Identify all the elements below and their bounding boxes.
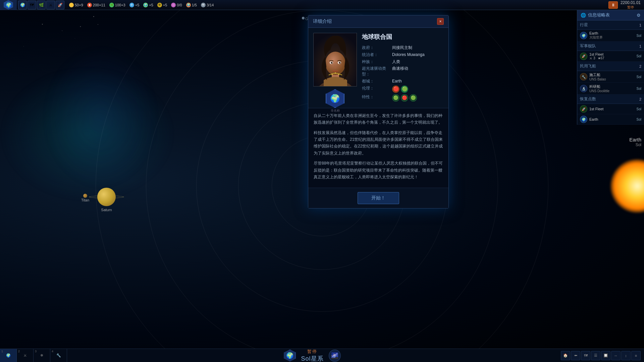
icon-btn-1[interactable]: 🌍 <box>18 1 27 9</box>
svg-point-312 <box>338 74 339 75</box>
construction-ship-icon: 🔧 <box>580 73 587 80</box>
trait-icon-3: 🟢 <box>410 94 417 102</box>
info-item-doolittle[interactable]: 🔬 科研船 UNS Doolittle Sol <box>577 83 644 95</box>
info-item-fleet[interactable]: 🚀 1st Fleet ⚔3 ★67 Sol <box>577 51 644 62</box>
engineering-icon: ⚙ <box>157 3 162 7</box>
saturn-container[interactable]: Saturn <box>97 188 116 206</box>
tab-4-icon: 🔧 <box>56 353 61 358</box>
ftl-value: 曲速移动 <box>392 66 408 77</box>
bottom-tab-2[interactable]: 2 ⚔ <box>17 349 34 362</box>
ctrl-view1[interactable]: 🔲 <box>601 351 610 360</box>
empire-hex[interactable]: 🌍 <box>4 0 13 10</box>
info-panel-title: 信息缩略表 <box>588 12 610 18</box>
ethics-label: 伦理： <box>362 85 392 93</box>
rally-earth-left: 🌍 Earth <box>580 116 598 123</box>
rally-fleet-name: 1st Fleet <box>589 107 603 111</box>
settings-icon[interactable]: ⚙ <box>637 13 641 18</box>
svg-point-310 <box>331 74 333 75</box>
food-icon: 🌿 <box>109 3 114 7</box>
ctrl-expand[interactable]: ☰ <box>591 351 600 360</box>
alloys-value: 3/14 <box>207 3 214 7</box>
section-rally-header: 恢复点数 2 <box>577 95 644 104</box>
trait-icon-2: 🔴 <box>401 94 408 102</box>
ganymede-moon[interactable] <box>302 17 305 19</box>
resource-food: 🌿 100+3 <box>109 3 125 7</box>
info-item-rally-fleet[interactable]: 🚀 1st Fleet Sol <box>577 104 644 114</box>
section-fleet-count: 1 <box>639 44 641 48</box>
ctrl-view3[interactable]: ↕ <box>621 351 631 360</box>
civilization-emblem: 🌍 <box>326 89 344 108</box>
doolittle-name: UNS Doolittle <box>589 89 609 93</box>
fleet-item-left: 🚀 1st Fleet ⚔3 ★67 <box>580 52 604 60</box>
system-name-label: Sol星系 <box>301 355 323 362</box>
svg-point-311 <box>335 72 336 74</box>
ctrl-minimap[interactable]: 🗺 <box>581 351 590 360</box>
saturn-planet[interactable] <box>97 188 116 206</box>
svg-point-307 <box>339 62 341 64</box>
icon-btn-2[interactable]: 🗺 <box>28 1 36 9</box>
ctrl-back[interactable]: ⬅ <box>571 351 580 360</box>
ruler-label: 统治者： <box>362 52 392 58</box>
system-hex-icon[interactable]: 🌍 <box>284 350 296 362</box>
modal-title: 详细介绍 <box>313 18 332 24</box>
balao-location: Sol <box>637 75 641 79</box>
traits-label: 特性： <box>362 94 392 102</box>
ganymede-container[interactable]: Ganymede <box>302 17 305 19</box>
svg-point-306 <box>331 62 333 64</box>
icon-btn-4[interactable]: ⚔ <box>46 1 55 9</box>
titan-planet[interactable] <box>83 194 87 198</box>
section-civilian-header: 民用飞船 2 <box>577 62 644 71</box>
galaxy-view-button[interactable]: 🌌 <box>329 350 341 362</box>
alloys-icon: ⚒ <box>201 3 206 7</box>
ctrl-view2[interactable]: ↔ <box>611 351 621 360</box>
ctrl-home[interactable]: 🏠 <box>561 351 570 360</box>
society-value: +5 <box>149 3 153 7</box>
earth-sol-line1: Earth <box>580 137 641 142</box>
top-right-controls: ⏸ 2200.01.01 暂停 <box>605 0 644 10</box>
stat-ftl: 超光速驱动类型： 曲速移动 <box>362 66 443 77</box>
paused-label-bottom: 暂停 <box>307 349 317 355</box>
pause-button[interactable]: ⏸ <box>608 1 618 9</box>
bottom-tab-3[interactable]: 3 ❄ <box>34 349 50 362</box>
icon-btn-5[interactable]: 🚀 <box>56 1 64 9</box>
tab-2-icon: ⚔ <box>23 353 27 358</box>
trait-icon-1: 🟢 <box>392 94 399 102</box>
resource-physics: ⚙ +5 <box>129 3 140 7</box>
game-date: 2200.01.01 <box>621 0 641 5</box>
society-icon: 🌍 <box>143 3 148 7</box>
ctrl-menu[interactable]: ≡ <box>631 351 641 360</box>
detail-modal: 详细介绍 × <box>308 15 449 208</box>
unity-value: 1/5 <box>192 3 197 7</box>
earth-sol-panel: Earth Sol <box>577 134 644 150</box>
titan-container[interactable]: Titan <box>83 194 87 198</box>
lore-paragraph-1: 自从二十万年前人类在非洲诞生至今，发生了许许多多的事情，我们的种族迅速的扩张到了… <box>314 112 443 126</box>
bottom-tab-4[interactable]: 4 🔧 <box>50 349 67 362</box>
info-item-earth-left: 🌍 Earth 大陆世界 <box>580 31 603 40</box>
saturn-label: Saturn <box>101 208 112 212</box>
info-item-rally-earth[interactable]: 🌍 Earth Sol <box>577 114 644 125</box>
minerals-value: 200+11 <box>93 3 105 7</box>
section-fleet-label: 军事舰队 <box>580 43 596 49</box>
balao-info: 施工船 UNS Balao <box>589 72 606 81</box>
tab-3-icon: ❄ <box>40 353 43 358</box>
portrait-image <box>313 33 357 86</box>
capital-value: Earth <box>392 78 402 84</box>
info-item-balao[interactable]: 🔧 施工船 UNS Balao Sol <box>577 71 644 83</box>
bottom-right-controls: 🏠 ⬅ 🗺 ☰ 🔲 ↔ ↕ ≡ <box>557 351 644 360</box>
doolittle-type: 科研船 <box>589 84 609 89</box>
rally-fleet-icon: 🚀 <box>580 105 587 113</box>
earth-name: Earth <box>589 31 603 35</box>
bottom-tab-1[interactable]: 1 🌍 <box>0 349 17 362</box>
resource-energy: ⚡ 50+9 <box>69 3 83 7</box>
ethics-icon-1: 🔴 <box>392 85 399 93</box>
modal-close-button[interactable]: × <box>437 18 444 25</box>
empire-icon-area[interactable]: 🌍 <box>0 0 17 10</box>
tab-1-icon: 🌍 <box>6 353 11 358</box>
section-rally-count: 2 <box>639 97 641 101</box>
rally-fleet-location: Sol <box>637 107 641 111</box>
start-game-button[interactable]: 开始！ <box>358 192 399 204</box>
info-item-earth[interactable]: 🌍 Earth 大陆世界 Sol <box>577 30 644 42</box>
info-panel: 🌐 信息缩略表 ⚙ 行星 1 🌍 Earth 大陆世界 Sol 军事舰队 1 🚀… <box>577 10 644 125</box>
icon-btn-3[interactable]: 🌿 <box>37 1 46 9</box>
section-civilian-count: 2 <box>639 64 641 68</box>
